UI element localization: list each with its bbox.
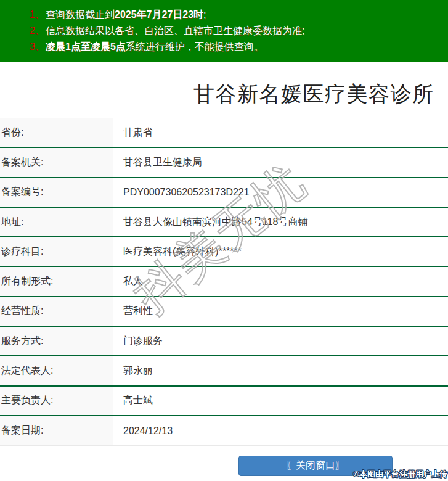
table-row: 备案日期: 2024/12/13: [0, 416, 448, 446]
table-row: 地址: 甘谷县大像山镇南滨河中路54号118号商铺: [0, 208, 448, 237]
notice-number-1: 1、: [30, 7, 46, 23]
notice-text-bold: 凌晨1点至凌晨5点: [46, 41, 126, 52]
table-row: 法定代表人: 郭永丽: [0, 356, 448, 386]
row-label: 备案机关:: [0, 148, 113, 176]
row-label: 省份:: [0, 118, 113, 147]
table-row: 备案机关: 甘谷县卫生健康局: [0, 148, 448, 178]
notice-text: 查询数据截止到: [46, 9, 115, 20]
table-row: 省份: 甘肃省: [0, 118, 448, 148]
row-value: 私人: [113, 267, 448, 295]
notice-line-3: 3、凌晨1点至凌晨5点系统进行维护，不能提供查询。: [0, 39, 448, 55]
table-row: 经营性质: 营利性: [0, 297, 448, 327]
table-row: 诊疗科目: 医疗美容科(美容外科)******: [0, 237, 448, 267]
table-row: 所有制形式: 私人: [0, 267, 448, 297]
notice-number-2: 2、: [30, 23, 46, 39]
row-label: 备案编号:: [0, 178, 113, 207]
row-value: 医疗美容科(美容外科)******: [113, 237, 448, 266]
row-value: 2024/12/13: [113, 416, 448, 445]
notice-text: ;: [203, 9, 206, 20]
row-label: 备案日期:: [0, 416, 113, 445]
row-value: 甘肃省: [113, 118, 448, 147]
registration-info-table: 省份: 甘肃省 备案机关: 甘谷县卫生健康局 备案编号: PDY00073062…: [0, 118, 448, 446]
row-label: 地址:: [0, 208, 113, 236]
row-value: PDY000730620523173D221: [113, 178, 448, 207]
notice-line-2: 2、信息数据结果以各省、自治区、直辖市卫生健康委数据为准;: [0, 23, 448, 39]
row-value: 甘谷县卫生健康局: [113, 148, 448, 176]
table-row: 主要负责人: 高士斌: [0, 387, 448, 416]
row-value: 郭永丽: [113, 356, 448, 385]
upload-stamp: ©本图由平台注册用户上传: [353, 469, 447, 480]
row-label: 诊疗科目:: [0, 237, 113, 266]
notice-banner: 1、查询数据截止到2025年7月27日23时; 2、信息数据结果以各省、自治区、…: [0, 0, 448, 62]
table-row: 服务方式: 门诊服务: [0, 327, 448, 356]
row-value: 高士斌: [113, 387, 448, 415]
notice-line-1: 1、查询数据截止到2025年7月27日23时;: [0, 7, 448, 23]
notice-text-bold: 2025年7月27日23时: [115, 9, 203, 20]
page-title: 甘谷新名媛医疗美容诊所: [193, 80, 434, 109]
row-label: 所有制形式:: [0, 267, 113, 295]
row-label: 主要负责人:: [0, 387, 113, 415]
row-label: 法定代表人:: [0, 356, 113, 385]
row-value: 甘谷县大像山镇南滨河中路54号118号商铺: [113, 208, 448, 236]
notice-number-3: 3、: [30, 39, 46, 55]
table-row: 备案编号: PDY000730620523173D221: [0, 178, 448, 208]
notice-text: 信息数据结果以各省、自治区、直辖市卫生健康委数据为准;: [46, 25, 304, 36]
notice-text: 系统进行维护，不能提供查询。: [126, 41, 264, 52]
row-label: 经营性质:: [0, 297, 113, 326]
row-value: 营利性: [113, 297, 448, 326]
row-label: 服务方式:: [0, 327, 113, 355]
row-value: 门诊服务: [113, 327, 448, 355]
